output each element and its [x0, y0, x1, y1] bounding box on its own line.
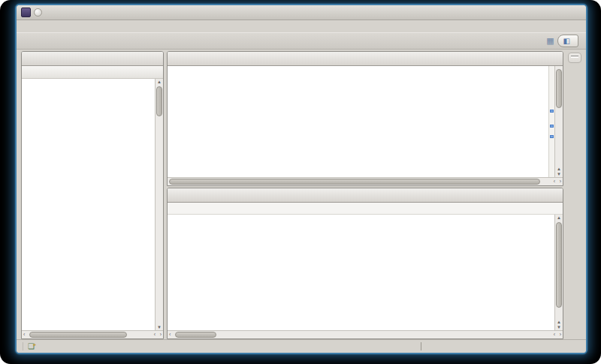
scroll-up-icon[interactable]: ▲	[555, 167, 563, 171]
scrollbar-thumb[interactable]	[175, 332, 216, 338]
console-output[interactable]	[168, 215, 554, 330]
drag-handle[interactable]	[571, 56, 578, 58]
desktop-background: ▦ ◧ ▲ ▼	[0, 0, 601, 364]
editor-console-column: ▲ ▼ ‹ ›	[167, 51, 563, 339]
scroll-left-icon[interactable]: ‹	[169, 331, 171, 338]
code-area[interactable]	[168, 66, 548, 177]
scroll-right-icon[interactable]: ›	[560, 331, 561, 338]
editor-tabs	[168, 52, 563, 66]
annotation-mark[interactable]	[550, 125, 554, 128]
editor-body[interactable]: ▲ ▼	[168, 66, 563, 177]
explorer-tree-wrap: ▲ ▼	[22, 79, 163, 330]
editor-vertical-scrollbar[interactable]: ▲ ▼	[554, 66, 563, 177]
scroll-left-icon[interactable]: ‹	[554, 331, 555, 338]
console-wrap: ▲ ▲ ▼	[168, 215, 563, 330]
scroll-up-icon[interactable]: ▲	[555, 215, 563, 220]
scrollbar-thumb[interactable]	[156, 86, 162, 116]
project-tree[interactable]	[22, 79, 155, 330]
scroll-up-icon[interactable]: ▲	[555, 320, 563, 324]
open-perspective-icon[interactable]: ▦	[546, 36, 554, 46]
scroll-down-icon[interactable]: ▼	[156, 325, 163, 329]
scrollbar-thumb[interactable]	[29, 332, 127, 338]
annotation-mark[interactable]	[550, 110, 554, 113]
explorer-horizontal-scrollbar[interactable]: ‹ ‹ ›	[22, 330, 163, 338]
window-menu-icon[interactable]	[34, 8, 42, 17]
eclipse-window: ▦ ◧ ▲ ▼	[15, 4, 587, 354]
explorer-vertical-scrollbar[interactable]: ▲ ▼	[155, 79, 163, 330]
scroll-left-icon[interactable]: ‹	[23, 331, 25, 338]
explorer-tabs	[22, 52, 163, 66]
main-toolbar: ▦ ◧	[17, 32, 586, 50]
menubar	[17, 20, 586, 32]
editor-horizontal-scrollbar[interactable]: ‹ ›	[168, 177, 563, 185]
explorer-view-toolbar	[22, 66, 163, 79]
scroll-left-icon[interactable]: ‹	[154, 331, 156, 338]
scroll-down-icon[interactable]: ▼	[555, 325, 563, 329]
scroll-down-icon[interactable]: ▼	[555, 172, 563, 176]
project-explorer-panel: ▲ ▼ ‹ ‹ ›	[21, 51, 164, 339]
perspective-button-plugin-dev[interactable]: ◧	[557, 35, 578, 47]
bottom-view-tabs	[168, 188, 563, 203]
console-header	[168, 203, 563, 215]
background-job-icon[interactable]: ❏✦	[23, 342, 37, 350]
eclipse-app-icon	[21, 8, 31, 17]
perspective-bar: ▦ ◧	[546, 35, 583, 47]
plugin-perspective-icon: ◧	[563, 37, 570, 45]
statusbar-separator	[421, 342, 421, 350]
scroll-left-icon[interactable]: ‹	[554, 178, 555, 185]
new-badge-icon: ✦	[32, 342, 37, 347]
scroll-up-icon[interactable]: ▲	[156, 80, 163, 84]
scrollbar-thumb[interactable]	[556, 69, 562, 108]
scrollbar-thumb[interactable]	[169, 179, 540, 185]
scroll-right-icon[interactable]: ›	[560, 178, 561, 185]
workbench-area: ▲ ▼ ‹ ‹ ›	[17, 50, 586, 339]
overview-ruler[interactable]	[548, 66, 554, 177]
console-vertical-scrollbar[interactable]: ▲ ▲ ▼	[554, 215, 563, 330]
status-bar: ❏✦	[17, 339, 586, 353]
editor-panel: ▲ ▼ ‹ ›	[167, 51, 563, 186]
scrollbar-thumb[interactable]	[556, 222, 562, 308]
console-panel: ▲ ▲ ▼ ‹ ‹ ›	[167, 188, 563, 339]
console-horizontal-scrollbar[interactable]: ‹ ‹ ›	[168, 330, 563, 338]
annotation-mark[interactable]	[550, 135, 554, 138]
scroll-right-icon[interactable]: ›	[160, 331, 162, 338]
collapsed-view-strip	[566, 51, 583, 339]
titlebar[interactable]	[17, 5, 586, 20]
fast-view-bar	[568, 53, 581, 63]
